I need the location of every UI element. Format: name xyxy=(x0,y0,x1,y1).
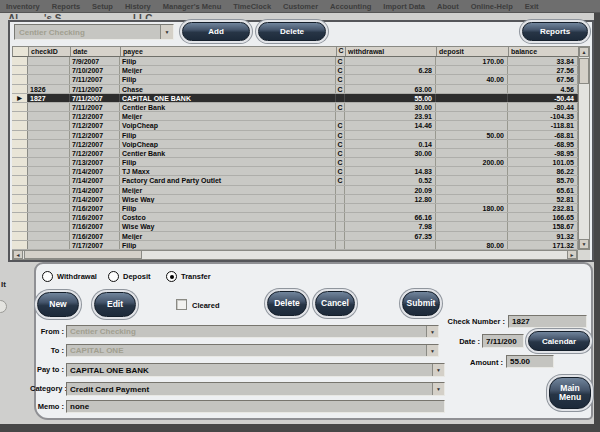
cell-date: 7/13/2007 xyxy=(70,158,120,166)
main-menu-button[interactable]: Main Menu xyxy=(549,377,591,409)
menu-item-inventory[interactable]: Inventory xyxy=(0,2,46,11)
table-row[interactable]: 7/14/2007TJ MaxxC14.8386.22 xyxy=(12,167,590,176)
table-row[interactable]: 7/12/2007FilipC50.00-68.81 xyxy=(12,131,590,140)
menu-item-import-data[interactable]: Import Data xyxy=(377,2,431,11)
table-row[interactable]: 7/17/2007Filip80.00171.32 xyxy=(12,241,590,250)
scroll-left-icon[interactable]: ◄ xyxy=(13,250,23,259)
cleared-checkbox[interactable] xyxy=(176,299,187,310)
cell-date: 7/10/2007 xyxy=(70,66,120,74)
radio-withdrawal[interactable]: Withdrawal xyxy=(42,271,97,282)
cancel-button[interactable]: Cancel xyxy=(315,291,355,316)
table-row[interactable]: 7/16/2007Wise Way7.98158.67 xyxy=(12,222,590,231)
table-row[interactable]: 7/14/2007Meijer20.0965.61 xyxy=(12,186,590,195)
add-button[interactable]: Add xyxy=(182,22,250,41)
cell-checkID xyxy=(28,241,70,249)
cell-balance: 65.61 xyxy=(508,186,578,194)
cell-row-selector xyxy=(12,186,28,194)
cell-withdrawal xyxy=(345,158,436,166)
memo-value: none xyxy=(70,402,441,411)
calendar-button[interactable]: Calendar xyxy=(528,331,590,351)
radio-button-icon[interactable] xyxy=(108,271,119,282)
table-row[interactable]: ▶18277/11/2007CAPITAL ONE BANK55.00-50.4… xyxy=(12,94,590,103)
cell-checkID xyxy=(28,195,70,203)
cell-payee: VoipCheap xyxy=(120,121,336,129)
table-row[interactable]: 7/12/2007VoipCheapC14.46-118.81 xyxy=(12,121,590,130)
column-header-deposit: deposit xyxy=(437,47,509,56)
category-label: Category : xyxy=(30,384,64,393)
table-row[interactable]: 7/14/2007Wise Way12.8052.81 xyxy=(12,195,590,204)
menu-item-customer[interactable]: Customer xyxy=(277,2,324,11)
radio-button-icon[interactable] xyxy=(42,271,53,282)
table-row[interactable]: 7/12/2007VoipCheapC0.14-68.95 xyxy=(12,140,590,149)
table-row[interactable]: 7/11/2007FilipC40.0067.56 xyxy=(12,75,590,84)
cell-checkID xyxy=(28,57,70,65)
category-field[interactable]: Credit Card Payment ▼ xyxy=(66,382,445,396)
menu-item-timeclock[interactable]: TimeClock xyxy=(227,2,277,11)
reports-button[interactable]: Reports xyxy=(522,22,588,41)
from-field[interactable]: Centier Checking ▼ xyxy=(66,325,439,338)
cell-balance: 33.84 xyxy=(508,57,578,65)
table-row[interactable]: 7/16/2007Filip180.00232.81 xyxy=(12,204,590,213)
vertical-scroll-thumb[interactable] xyxy=(579,58,589,84)
radio-transfer[interactable]: Transfer xyxy=(166,271,211,282)
column-header-checkID: checkID xyxy=(29,47,71,56)
check-number-value: 1827 xyxy=(512,317,583,326)
memo-field[interactable]: none xyxy=(66,400,445,413)
radio-deposit[interactable]: Deposit xyxy=(108,271,151,282)
menu-item-about[interactable]: About xyxy=(431,2,465,11)
radio-button-icon[interactable] xyxy=(166,271,177,282)
menu-item-accounting[interactable]: Accounting xyxy=(324,2,377,11)
pay-to-field[interactable]: CAPITAL ONE BANK ▼ xyxy=(66,363,445,377)
cell-checkID xyxy=(28,232,70,240)
account-selector[interactable]: Centier Checking ▼ xyxy=(14,24,174,40)
menu-item-setup[interactable]: Setup xyxy=(86,2,119,11)
cell-checkID xyxy=(28,66,70,74)
to-field[interactable]: CAPITAL ONE ▼ xyxy=(66,344,439,357)
new-button[interactable]: New xyxy=(37,292,79,317)
scroll-down-icon[interactable]: ▼ xyxy=(579,239,589,249)
cell-balance: 232.81 xyxy=(508,204,578,212)
cell-c: C xyxy=(336,75,345,83)
menu-item-online-help[interactable]: Online-Help xyxy=(465,2,519,11)
scroll-up-icon[interactable]: ▲ xyxy=(579,47,589,57)
table-row[interactable]: 7/16/2007Costco66.16166.65 xyxy=(12,213,590,222)
chevron-down-icon[interactable]: ▼ xyxy=(426,345,438,356)
chevron-down-icon[interactable]: ▼ xyxy=(432,383,444,395)
table-vertical-scrollbar[interactable]: ▲ ▼ xyxy=(578,46,590,250)
menu-item-exit[interactable]: Exit xyxy=(519,2,545,11)
table-row[interactable]: 7/14/2007Factory Card and Party OutletC0… xyxy=(12,176,590,185)
account-selector-value: Centier Checking xyxy=(15,28,160,37)
cell-row-selector xyxy=(12,232,28,240)
table-row[interactable]: 7/12/2007Meijer23.91-104.35 xyxy=(12,112,590,121)
table-row[interactable]: 7/12/2007Centier BankC30.00-98.95 xyxy=(12,149,590,158)
cell-withdrawal xyxy=(345,57,436,65)
table-row[interactable]: 7/11/2007Centier BankC30.00-80.44 xyxy=(12,103,590,112)
cell-payee: Meijer xyxy=(120,112,336,120)
cell-deposit xyxy=(436,176,508,184)
cell-balance: -118.81 xyxy=(508,121,578,129)
cell-c: C xyxy=(336,158,345,166)
column-header-payee: payee xyxy=(121,47,337,56)
delete-button[interactable]: Delete xyxy=(267,291,307,316)
check-number-field[interactable]: 1827 xyxy=(508,315,587,328)
date-field[interactable]: 7/11/200 xyxy=(482,334,524,348)
menu-item-manager-s-menu[interactable]: Manager's Menu xyxy=(157,2,227,11)
chevron-down-icon[interactable]: ▼ xyxy=(426,326,438,337)
table-row[interactable]: 7/13/2007FilipC200.00101.05 xyxy=(12,158,590,167)
table-row[interactable]: 18267/11/2007ChaseC63.004.56 xyxy=(12,85,590,94)
table-horizontal-scrollbar[interactable]: ◄ ► xyxy=(12,250,578,260)
chevron-down-icon[interactable]: ▼ xyxy=(160,25,173,39)
submit-button[interactable]: Submit xyxy=(402,291,440,316)
table-row[interactable]: 7/9/2007FilipC170.0033.84 xyxy=(12,57,590,66)
cell-c: C xyxy=(336,140,345,148)
table-row[interactable]: 7/10/2007MeijerC6.2827.56 xyxy=(12,66,590,75)
scroll-right-icon[interactable]: ► xyxy=(567,250,577,259)
delete-account-button[interactable]: Delete xyxy=(258,22,326,41)
cell-payee: Filip xyxy=(120,204,336,212)
menu-item-history[interactable]: History xyxy=(119,2,157,11)
menu-item-reports[interactable]: Reports xyxy=(46,2,86,11)
table-row[interactable]: 7/16/2007Meijer67.3591.32 xyxy=(12,232,590,241)
horizontal-scroll-thumb[interactable] xyxy=(24,250,142,259)
amount-field[interactable]: 55.00 xyxy=(506,355,554,368)
edit-button[interactable]: Edit xyxy=(94,292,136,317)
